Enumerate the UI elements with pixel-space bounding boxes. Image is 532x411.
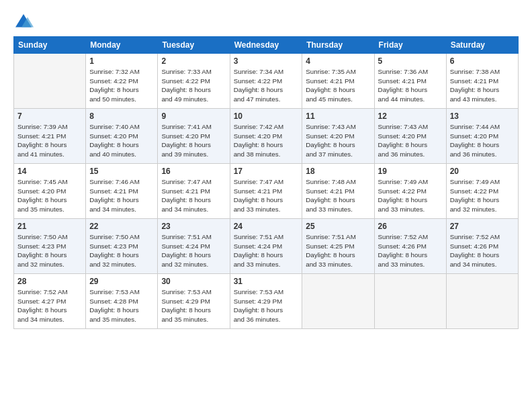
calendar-cell: 26Sunrise: 7:52 AM Sunset: 4:26 PM Dayli…: [374, 219, 446, 274]
day-number: 27: [450, 222, 515, 231]
day-number: 7: [17, 111, 82, 121]
day-number: 18: [306, 167, 370, 176]
day-info: Sunrise: 7:47 AM Sunset: 4:21 PM Dayligh…: [234, 177, 299, 214]
day-info: Sunrise: 7:52 AM Sunset: 4:26 PM Dayligh…: [378, 232, 443, 269]
day-info: Sunrise: 7:53 AM Sunset: 4:28 PM Dayligh…: [89, 287, 154, 324]
calendar-cell: 5Sunrise: 7:36 AM Sunset: 4:21 PM Daylig…: [374, 54, 446, 109]
weekday-header-thursday: Thursday: [302, 37, 374, 54]
day-info: Sunrise: 7:51 AM Sunset: 4:24 PM Dayligh…: [161, 232, 226, 269]
day-info: Sunrise: 7:32 AM Sunset: 4:22 PM Dayligh…: [89, 67, 154, 104]
calendar-cell: 15Sunrise: 7:46 AM Sunset: 4:21 PM Dayli…: [86, 164, 158, 219]
calendar-cell: 29Sunrise: 7:53 AM Sunset: 4:28 PM Dayli…: [86, 274, 158, 329]
calendar-cell: 17Sunrise: 7:47 AM Sunset: 4:21 PM Dayli…: [230, 164, 302, 219]
day-number: 6: [450, 56, 515, 66]
calendar-cell: 24Sunrise: 7:51 AM Sunset: 4:24 PM Dayli…: [230, 219, 302, 274]
calendar-cell: 3Sunrise: 7:34 AM Sunset: 4:22 PM Daylig…: [230, 54, 302, 109]
day-info: Sunrise: 7:51 AM Sunset: 4:24 PM Dayligh…: [234, 232, 299, 269]
day-info: Sunrise: 7:41 AM Sunset: 4:20 PM Dayligh…: [161, 122, 226, 159]
calendar-cell: 12Sunrise: 7:43 AM Sunset: 4:20 PM Dayli…: [374, 109, 446, 164]
day-info: Sunrise: 7:43 AM Sunset: 4:20 PM Dayligh…: [306, 122, 370, 159]
day-info: Sunrise: 7:33 AM Sunset: 4:22 PM Dayligh…: [161, 67, 226, 104]
week-row-4: 21Sunrise: 7:50 AM Sunset: 4:23 PM Dayli…: [14, 219, 519, 274]
day-info: Sunrise: 7:43 AM Sunset: 4:20 PM Dayligh…: [378, 122, 443, 159]
day-info: Sunrise: 7:48 AM Sunset: 4:21 PM Dayligh…: [306, 177, 370, 214]
calendar-cell: 11Sunrise: 7:43 AM Sunset: 4:20 PM Dayli…: [302, 109, 374, 164]
calendar-cell: 2Sunrise: 7:33 AM Sunset: 4:22 PM Daylig…: [158, 54, 230, 109]
day-number: 1: [89, 56, 154, 66]
weekday-header-monday: Monday: [86, 37, 158, 54]
week-row-2: 7Sunrise: 7:39 AM Sunset: 4:21 PM Daylig…: [14, 109, 519, 164]
day-number: 20: [450, 167, 515, 176]
day-number: 28: [17, 277, 82, 286]
day-info: Sunrise: 7:45 AM Sunset: 4:20 PM Dayligh…: [17, 177, 82, 214]
calendar-cell: 27Sunrise: 7:52 AM Sunset: 4:26 PM Dayli…: [446, 219, 518, 274]
day-info: Sunrise: 7:42 AM Sunset: 4:20 PM Dayligh…: [234, 122, 299, 159]
day-number: 25: [306, 222, 370, 231]
day-info: Sunrise: 7:36 AM Sunset: 4:21 PM Dayligh…: [378, 67, 443, 104]
day-number: 29: [89, 277, 154, 286]
logo-icon: [13, 12, 34, 32]
calendar-cell: 14Sunrise: 7:45 AM Sunset: 4:20 PM Dayli…: [14, 164, 86, 219]
calendar-table: SundayMondayTuesdayWednesdayThursdayFrid…: [13, 36, 519, 329]
day-number: 16: [161, 167, 226, 176]
day-number: 30: [161, 277, 226, 286]
calendar-cell: 30Sunrise: 7:53 AM Sunset: 4:29 PM Dayli…: [158, 274, 230, 329]
day-number: 9: [161, 111, 226, 121]
day-number: 26: [378, 222, 443, 231]
weekday-header-row: SundayMondayTuesdayWednesdayThursdayFrid…: [14, 37, 519, 54]
logo: [13, 12, 36, 32]
calendar-page: SundayMondayTuesdayWednesdayThursdayFrid…: [0, 0, 532, 411]
day-number: 23: [161, 222, 226, 231]
calendar-cell: 31Sunrise: 7:53 AM Sunset: 4:29 PM Dayli…: [230, 274, 302, 329]
day-info: Sunrise: 7:50 AM Sunset: 4:23 PM Dayligh…: [17, 232, 82, 269]
calendar-cell: [14, 54, 86, 109]
calendar-cell: 13Sunrise: 7:44 AM Sunset: 4:20 PM Dayli…: [446, 109, 518, 164]
day-info: Sunrise: 7:40 AM Sunset: 4:20 PM Dayligh…: [89, 122, 154, 159]
day-number: 4: [306, 56, 370, 66]
day-info: Sunrise: 7:34 AM Sunset: 4:22 PM Dayligh…: [234, 67, 299, 104]
calendar-cell: 19Sunrise: 7:49 AM Sunset: 4:22 PM Dayli…: [374, 164, 446, 219]
calendar-cell: 20Sunrise: 7:49 AM Sunset: 4:22 PM Dayli…: [446, 164, 518, 219]
day-info: Sunrise: 7:44 AM Sunset: 4:20 PM Dayligh…: [450, 122, 515, 159]
weekday-header-sunday: Sunday: [14, 37, 86, 54]
calendar-cell: 22Sunrise: 7:50 AM Sunset: 4:23 PM Dayli…: [86, 219, 158, 274]
day-info: Sunrise: 7:51 AM Sunset: 4:25 PM Dayligh…: [306, 232, 370, 269]
day-info: Sunrise: 7:52 AM Sunset: 4:26 PM Dayligh…: [450, 232, 515, 269]
day-number: 10: [234, 111, 299, 121]
weekday-header-wednesday: Wednesday: [230, 37, 302, 54]
day-info: Sunrise: 7:39 AM Sunset: 4:21 PM Dayligh…: [17, 122, 82, 159]
day-number: 5: [378, 56, 443, 66]
day-info: Sunrise: 7:49 AM Sunset: 4:22 PM Dayligh…: [378, 177, 443, 214]
header: [13, 12, 519, 32]
calendar-cell: [302, 274, 374, 329]
day-number: 2: [161, 56, 226, 66]
day-number: 21: [17, 222, 82, 231]
day-info: Sunrise: 7:35 AM Sunset: 4:21 PM Dayligh…: [306, 67, 370, 104]
day-info: Sunrise: 7:53 AM Sunset: 4:29 PM Dayligh…: [161, 287, 226, 324]
day-number: 19: [378, 167, 443, 176]
calendar-cell: 23Sunrise: 7:51 AM Sunset: 4:24 PM Dayli…: [158, 219, 230, 274]
week-row-3: 14Sunrise: 7:45 AM Sunset: 4:20 PM Dayli…: [14, 164, 519, 219]
week-row-5: 28Sunrise: 7:52 AM Sunset: 4:27 PM Dayli…: [14, 274, 519, 329]
weekday-header-tuesday: Tuesday: [158, 37, 230, 54]
day-info: Sunrise: 7:46 AM Sunset: 4:21 PM Dayligh…: [89, 177, 154, 214]
calendar-cell: 28Sunrise: 7:52 AM Sunset: 4:27 PM Dayli…: [14, 274, 86, 329]
calendar-cell: 10Sunrise: 7:42 AM Sunset: 4:20 PM Dayli…: [230, 109, 302, 164]
day-number: 8: [89, 111, 154, 121]
day-info: Sunrise: 7:49 AM Sunset: 4:22 PM Dayligh…: [450, 177, 515, 214]
day-info: Sunrise: 7:52 AM Sunset: 4:27 PM Dayligh…: [17, 287, 82, 324]
calendar-cell: 16Sunrise: 7:47 AM Sunset: 4:21 PM Dayli…: [158, 164, 230, 219]
calendar-cell: 7Sunrise: 7:39 AM Sunset: 4:21 PM Daylig…: [14, 109, 86, 164]
calendar-cell: 18Sunrise: 7:48 AM Sunset: 4:21 PM Dayli…: [302, 164, 374, 219]
day-info: Sunrise: 7:38 AM Sunset: 4:21 PM Dayligh…: [450, 67, 515, 104]
calendar-cell: [446, 274, 518, 329]
day-number: 14: [17, 167, 82, 176]
calendar-cell: 8Sunrise: 7:40 AM Sunset: 4:20 PM Daylig…: [86, 109, 158, 164]
day-info: Sunrise: 7:50 AM Sunset: 4:23 PM Dayligh…: [89, 232, 154, 269]
day-number: 13: [450, 111, 515, 121]
day-number: 17: [234, 167, 299, 176]
day-number: 22: [89, 222, 154, 231]
calendar-cell: 9Sunrise: 7:41 AM Sunset: 4:20 PM Daylig…: [158, 109, 230, 164]
weekday-header-saturday: Saturday: [446, 37, 518, 54]
day-info: Sunrise: 7:53 AM Sunset: 4:29 PM Dayligh…: [234, 287, 299, 324]
